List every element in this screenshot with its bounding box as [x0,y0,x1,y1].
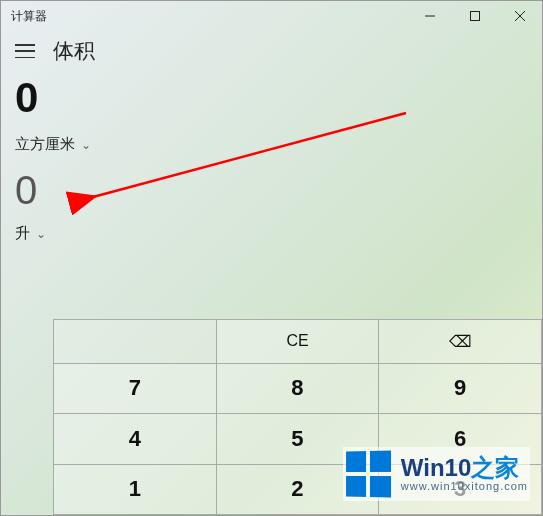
input-value-area[interactable]: 0 [1,75,542,129]
keypad-empty-cell [54,320,217,364]
svg-rect-1 [470,12,479,21]
output-unit-label: 升 [15,224,30,243]
minimize-icon [425,11,435,21]
clear-entry-button[interactable]: CE [217,320,380,364]
mode-title: 体积 [53,37,95,65]
backspace-button[interactable]: ⌫ [379,320,542,364]
maximize-button[interactable] [452,1,497,31]
close-button[interactable] [497,1,542,31]
keypad-9[interactable]: 9 [379,364,542,415]
chevron-down-icon: ⌄ [36,227,46,241]
windows-logo-icon [346,450,391,497]
input-unit-selector[interactable]: 立方厘米 ⌄ [1,129,542,168]
minimize-button[interactable] [407,1,452,31]
window-controls [407,1,542,31]
titlebar: 计算器 [1,1,542,31]
chevron-down-icon: ⌄ [81,138,91,152]
header: 体积 [1,31,542,75]
hamburger-menu-button[interactable] [15,44,35,58]
hamburger-icon [15,44,35,46]
keypad-8[interactable]: 8 [217,364,380,415]
watermark-url: www.win10xitong.com [401,480,528,492]
watermark: Win10之家 www.win10xitong.com [343,447,530,501]
input-unit-label: 立方厘米 [15,135,75,154]
input-value: 0 [15,75,528,121]
close-icon [515,11,525,21]
keypad-7[interactable]: 7 [54,364,217,415]
output-value-area[interactable]: 0 [1,168,542,218]
maximize-icon [470,11,480,21]
watermark-brand: Win10之家 [401,456,528,480]
keypad-1[interactable]: 1 [54,465,217,516]
output-value: 0 [15,168,37,212]
window-title: 计算器 [11,8,407,25]
keypad-4[interactable]: 4 [54,414,217,465]
output-unit-selector[interactable]: 升 ⌄ [1,218,542,257]
